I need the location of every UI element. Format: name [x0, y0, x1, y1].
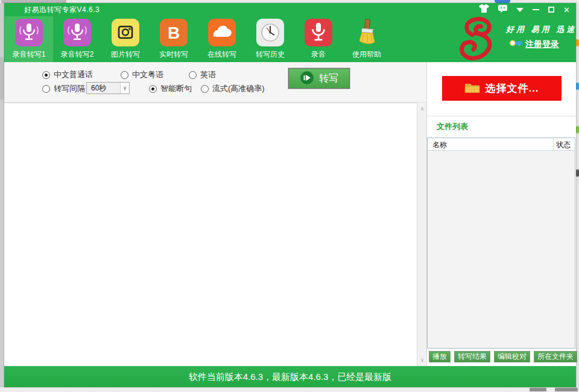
scroll-down-icon[interactable]: ∨ [417, 355, 427, 365]
radio-icon [189, 71, 197, 79]
radio-label: 英语 [200, 69, 216, 80]
vertical-scrollbar[interactable]: ∧ ∨ [417, 103, 426, 366]
file-actions: 播放 转写结果 编辑校对 所在文件夹 [429, 351, 577, 362]
desktop-edge-left [0, 3, 4, 387]
cloud-icon [208, 19, 236, 46]
app-window: 好易迅转写专家V4.6.3 ✕ 录音转写1 [4, 3, 576, 387]
toolbar-item-label: 使用帮助 [352, 49, 381, 60]
desktop-icon-artifact [576, 83, 579, 90]
radio-english[interactable]: 英语 [189, 69, 216, 80]
edit-proofread-button[interactable]: 编辑校对 [494, 351, 530, 362]
clock-icon [256, 19, 284, 46]
title-bar[interactable]: 好易迅转写专家V4.6.3 ✕ [4, 3, 576, 16]
toolbar-item-label: 录音转写1 [13, 49, 46, 60]
radio-smart-segmentation[interactable]: 智能断句 [149, 83, 192, 94]
column-header-status[interactable]: 状态 [553, 138, 575, 150]
toolbar-item-record[interactable]: 录音 [294, 16, 343, 62]
radio-label: 智能断句 [160, 83, 192, 94]
toolbar-item-label: 录音转写2 [61, 49, 94, 60]
file-panel: 选择文件... 文件列表 名称 状态 播放 转写结果 编辑校对 所在文件夹 [426, 62, 576, 366]
toolbar-item-record-transcribe-1[interactable]: 录音转写1 [5, 16, 53, 62]
radio-streaming[interactable]: 流式(高准确率) [201, 83, 265, 94]
toolbar-item-help[interactable]: 使用帮助 [343, 16, 391, 62]
toolbar-item-record-transcribe-2[interactable]: 录音转写2 [53, 16, 101, 62]
scroll-up-icon[interactable]: ∧ [417, 104, 427, 113]
toolbar-item-online-transcribe[interactable]: 在线转写 [198, 16, 246, 62]
play-icon [300, 71, 314, 87]
toolbar-item-image-transcribe[interactable]: 图片转写 [101, 16, 150, 62]
desktop-edge-bottom [0, 387, 579, 392]
menu-dropdown-icon[interactable] [516, 8, 524, 12]
camera-icon [112, 19, 139, 46]
toolbar: 录音转写1 录音转写2 图片转写 B 实时转写 [4, 16, 576, 62]
select-file-button[interactable]: 选择文件... [442, 76, 562, 101]
microphone-icon [305, 19, 332, 46]
select-file-label: 选择文件... [485, 81, 539, 95]
open-folder-button[interactable]: 所在文件夹 [534, 351, 577, 362]
desktop-icon-artifact [576, 126, 579, 133]
interval-value: 60秒 [87, 83, 120, 93]
radio-mandarin[interactable]: 中文普通话 [42, 69, 93, 80]
file-list-header: 名称 状态 [428, 138, 575, 151]
minimize-button[interactable] [533, 9, 539, 10]
maximize-button[interactable] [548, 7, 554, 13]
options-bar: 中文普通话 中文粤语 英语 转写间隔 60秒 ∨ 智能断句 流式(高准确率) [4, 62, 426, 103]
file-list-table: 名称 状态 [427, 138, 575, 349]
desktop-icon-artifact [576, 39, 579, 46]
radio-label: 中文粤语 [132, 69, 163, 80]
desktop-edge-right [576, 3, 579, 387]
transcript-content-area[interactable] [4, 103, 417, 366]
desktop-text-artifact [555, 388, 578, 391]
microphone-waves-icon [15, 19, 43, 46]
transcribe-result-button[interactable]: 转写结果 [454, 351, 490, 362]
desktop-icon-artifact [576, 169, 579, 177]
register-login-label: 注册登录 [525, 39, 559, 50]
brand-slogan: 好用 易用 迅速 [506, 24, 577, 35]
radio-label: 流式(高准确率) [212, 83, 265, 94]
toolbar-item-history[interactable]: 转写历史 [246, 16, 294, 62]
close-button[interactable]: ✕ [563, 6, 570, 14]
feedback-message-icon[interactable] [498, 4, 507, 15]
letter-b-icon: B [160, 19, 188, 46]
radio-interval[interactable]: 转写间隔 [42, 83, 85, 94]
play-file-button[interactable]: 播放 [429, 351, 451, 362]
transcribe-button-label: 转写 [319, 72, 338, 85]
transcribe-button[interactable]: 转写 [288, 68, 350, 89]
radio-cantonese[interactable]: 中文粤语 [121, 69, 163, 80]
brush-icon [353, 19, 381, 46]
microphone-waves-icon [63, 19, 91, 46]
interval-select[interactable]: 60秒 ∨ [86, 82, 130, 94]
radio-label: 中文普通话 [54, 69, 93, 80]
radio-icon [201, 85, 209, 93]
register-login-link[interactable]: 注册登录 [510, 39, 559, 50]
folder-icon [464, 82, 480, 95]
divider [427, 116, 577, 116]
status-bar: 软件当前版本4.6.3，最新版本4.6.3，已经是最新版 [4, 366, 576, 387]
desktop-text-artifact [530, 388, 546, 391]
radio-icon [42, 85, 50, 93]
file-list-body[interactable] [428, 151, 575, 348]
brand-logo [455, 17, 500, 62]
chevron-down-icon: ∨ [120, 83, 129, 93]
toolbar-item-label: 转写历史 [256, 49, 285, 60]
toolbar-item-label: 图片转写 [111, 49, 140, 60]
window-title: 好易迅转写专家V4.6.3 [4, 5, 100, 15]
radio-label: 转写间隔 [54, 83, 85, 94]
column-header-name[interactable]: 名称 [428, 138, 553, 150]
key-icon [510, 39, 523, 50]
toolbar-item-label: 在线转写 [207, 49, 236, 60]
toolbar-item-label: 实时转写 [159, 49, 188, 60]
skin-theme-icon[interactable] [479, 4, 489, 15]
radio-icon [149, 85, 157, 93]
radio-icon [42, 71, 50, 79]
radio-icon [121, 71, 128, 79]
svg-text:B: B [168, 24, 180, 42]
toolbar-item-label: 录音 [311, 49, 326, 60]
toolbar-item-realtime-transcribe[interactable]: B 实时转写 [150, 16, 198, 62]
version-status-text: 软件当前版本4.6.3，最新版本4.6.3，已经是最新版 [189, 371, 392, 382]
file-list-title: 文件列表 [437, 121, 468, 132]
